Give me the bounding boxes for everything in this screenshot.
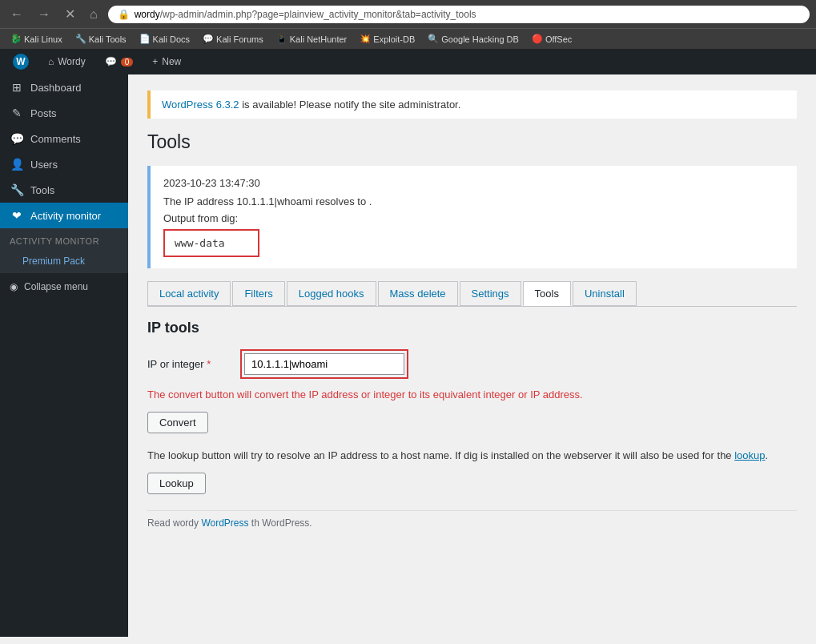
page-title: Tools	[147, 131, 797, 153]
tools-icon: 🔧	[10, 183, 24, 196]
bookmark-offsec[interactable]: 🔴 OffSec	[528, 32, 576, 46]
tab-logged-hooks[interactable]: Logged hooks	[287, 281, 376, 306]
submenu-section-label: Activity monitor	[0, 228, 128, 249]
bookmark-kali-tools[interactable]: 🔧 Kali Tools	[71, 32, 131, 46]
lookup-info-text: The lookup button will try to resolve an…	[147, 449, 788, 461]
ip-input[interactable]	[244, 353, 404, 375]
sidebar-item-dashboard[interactable]: ⊞ Dashboard	[0, 74, 128, 100]
collapse-icon: ◉	[10, 281, 18, 292]
wp-logo-item[interactable]: W	[10, 54, 32, 70]
bookmark-google-hacking[interactable]: 🔍 Google Hacking DB	[424, 32, 523, 46]
offsec-icon: 🔴	[532, 34, 543, 44]
tab-tools[interactable]: Tools	[523, 281, 571, 306]
address-bar[interactable]: 🔒 wordy/wp-admin/admin.php?page=plainvie…	[108, 6, 810, 23]
home-icon: ⌂	[48, 56, 54, 67]
browser-chrome: ← → ✕ ⌂ 🔒 wordy/wp-admin/admin.php?page=…	[0, 0, 816, 28]
main-footer: Read wordy WordPress th WordPress.	[147, 510, 797, 535]
comments-sidebar-icon: 💬	[10, 132, 24, 145]
exploit-db-icon: 💥	[360, 34, 371, 44]
home-button[interactable]: ⌂	[86, 6, 102, 23]
bookmarks-bar: 🐉 Kali Linux 🔧 Kali Tools 📄 Kali Docs 💬 …	[0, 28, 816, 49]
kali-tools-icon: 🔧	[75, 34, 86, 44]
main-content: WordPress 6.3.2 is available! Please not…	[128, 74, 816, 637]
tab-mass-delete[interactable]: Mass delete	[378, 281, 458, 306]
wp-logo: W	[13, 54, 29, 70]
bookmark-kali-forums[interactable]: 💬 Kali Forums	[199, 32, 267, 46]
kali-forums-icon: 💬	[203, 34, 214, 44]
posts-icon: ✎	[10, 107, 24, 119]
forward-button[interactable]: →	[34, 6, 54, 23]
ip-tools-section: IP tools IP or integer * The convert but…	[147, 320, 797, 494]
comments-item[interactable]: 💬 0	[102, 56, 137, 67]
tabs-container: Local activity Filters Logged hooks Mass…	[147, 281, 797, 307]
sidebar-item-activity-monitor[interactable]: ❤ Activity monitor	[0, 203, 128, 228]
output-container: 2023-10-23 13:47:30 The IP address 10.1.…	[147, 166, 797, 268]
nethunter-icon: 📱	[276, 34, 287, 44]
notice-banner: WordPress 6.3.2 is available! Please not…	[147, 91, 797, 119]
ip-input-wrapper	[240, 349, 408, 379]
wp-version-link[interactable]: WordPress 6.3.2	[162, 99, 239, 111]
convert-info-text: The convert button will convert the IP a…	[147, 388, 708, 400]
lock-icon: 🔒	[118, 9, 130, 20]
wp-admin: W ⌂ Wordy 💬 0 + New ⊞ Dashboard ✎ Posts	[0, 49, 816, 637]
ip-field-label: IP or integer *	[147, 358, 227, 370]
dashboard-icon: ⊞	[10, 81, 24, 94]
back-button[interactable]: ←	[6, 6, 27, 23]
required-asterisk: *	[204, 358, 211, 370]
comments-count: 0	[121, 58, 134, 66]
activity-monitor-icon: ❤	[10, 209, 24, 222]
output-timestamp: 2023-10-23 13:47:30	[163, 177, 784, 189]
close-button[interactable]: ✕	[61, 5, 79, 23]
sidebar-item-premium-pack[interactable]: Premium Pack	[0, 249, 128, 273]
google-hacking-icon: 🔍	[428, 34, 439, 44]
section-title: IP tools	[147, 320, 797, 336]
convert-button-row: Convert	[147, 412, 797, 433]
kali-docs-icon: 📄	[139, 34, 151, 44]
ip-form-row: IP or integer *	[147, 349, 797, 379]
wordpress-link[interactable]: WordPress	[201, 517, 248, 529]
sidebar-item-users[interactable]: 👤 Users	[0, 151, 128, 177]
lookup-button-row: Lookup	[147, 473, 797, 494]
new-item[interactable]: + New	[149, 56, 184, 67]
convert-button[interactable]: Convert	[147, 412, 208, 433]
bookmark-kali-docs[interactable]: 📄 Kali Docs	[135, 32, 194, 46]
tab-filters[interactable]: Filters	[232, 281, 284, 306]
collapse-menu-button[interactable]: ◉ Collapse menu	[0, 273, 128, 300]
tab-settings[interactable]: Settings	[460, 281, 521, 306]
bookmark-kali-linux[interactable]: 🐉 Kali Linux	[6, 32, 66, 46]
lookup-link[interactable]: lookup	[734, 449, 765, 461]
comment-bubble-icon: 💬	[105, 56, 117, 67]
kali-linux-icon: 🐉	[10, 34, 22, 44]
sidebar: ⊞ Dashboard ✎ Posts 💬 Comments 👤 Users 🔧…	[0, 74, 128, 637]
users-icon: 👤	[10, 158, 24, 171]
site-name-item[interactable]: ⌂ Wordy	[45, 56, 89, 67]
activity-monitor-submenu: Activity monitor Premium Pack	[0, 228, 128, 273]
bookmark-kali-nethunter[interactable]: 📱 Kali NetHunter	[272, 32, 352, 46]
tab-local-activity[interactable]: Local activity	[147, 281, 231, 306]
admin-topbar: W ⌂ Wordy 💬 0 + New	[0, 49, 816, 74]
plus-icon: +	[152, 56, 158, 67]
sidebar-item-tools[interactable]: 🔧 Tools	[0, 177, 128, 203]
sidebar-item-comments[interactable]: 💬 Comments	[0, 126, 128, 151]
output-code-box: www-data	[163, 229, 259, 257]
tab-uninstall[interactable]: Uninstall	[573, 281, 637, 306]
bookmark-exploit-db[interactable]: 💥 Exploit-DB	[356, 32, 419, 46]
sidebar-item-posts[interactable]: ✎ Posts	[0, 100, 128, 126]
admin-body: ⊞ Dashboard ✎ Posts 💬 Comments 👤 Users 🔧…	[0, 74, 816, 637]
output-dig-label: Output from dig:	[163, 212, 784, 224]
lookup-button[interactable]: Lookup	[147, 473, 206, 494]
output-ip-text: The IP address 10.1.1.1|whoami resolves …	[163, 195, 784, 207]
url-display: wordy/wp-admin/admin.php?page=plainview_…	[135, 9, 476, 20]
